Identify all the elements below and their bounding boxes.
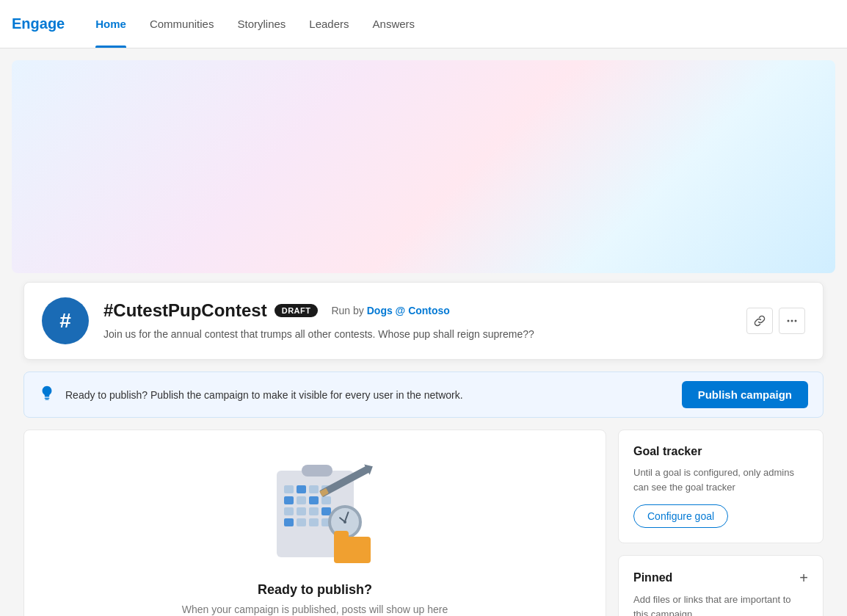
goal-tracker-card: Goal tracker Until a goal is configured,…: [618, 430, 824, 543]
nav-home[interactable]: Home: [85, 0, 137, 48]
nav-answers[interactable]: Answers: [363, 0, 426, 48]
nav-leaders[interactable]: Leaders: [299, 0, 359, 48]
brand-logo: Engage: [12, 15, 65, 32]
main-panel: Ready to publish? When your campaign is …: [23, 430, 606, 616]
campaign-avatar-char: #: [59, 309, 71, 333]
campaign-description: Join us for the annual contest that trum…: [103, 327, 732, 342]
pinned-add-button[interactable]: +: [799, 570, 808, 585]
publish-campaign-button[interactable]: Publish campaign: [682, 381, 808, 408]
more-options-button[interactable]: [779, 308, 805, 334]
lightbulb-icon: [39, 385, 55, 405]
campaign-title: #CutestPupContest: [103, 300, 267, 321]
configure-goal-button[interactable]: Configure goal: [633, 504, 728, 528]
publish-banner: Ready to publish? Publish the campaign t…: [23, 372, 824, 418]
campaign-actions: [746, 308, 805, 334]
ellipsis-icon: [786, 315, 798, 327]
campaign-banner: [12, 60, 835, 273]
pinned-header: Pinned +: [633, 570, 808, 585]
goal-tracker-title: Goal tracker: [633, 445, 808, 458]
campaign-title-row: #CutestPupContest DRAFT Run by Dogs @ Co…: [103, 300, 732, 321]
pinned-description: Add files or links that are important to…: [633, 593, 808, 616]
empty-state-title: Ready to publish?: [258, 582, 372, 598]
pinned-card: Pinned + Add files or links that are imp…: [618, 555, 824, 616]
nav-communities[interactable]: Communities: [139, 0, 225, 48]
campaign-avatar: #: [42, 297, 89, 344]
nav-links: Home Communities Storylines Leaders Answ…: [85, 0, 425, 48]
run-by: Run by Dogs @ Contoso: [331, 305, 449, 316]
goal-tracker-description: Until a goal is configured, only admins …: [633, 465, 808, 494]
nav-storylines[interactable]: Storylines: [227, 0, 296, 48]
svg-point-1: [791, 320, 793, 322]
content-row: Ready to publish? When your campaign is …: [23, 430, 824, 616]
link-button[interactable]: [746, 308, 773, 334]
empty-state-illustration: [256, 465, 374, 568]
publish-banner-text: Ready to publish? Publish the campaign t…: [65, 389, 672, 401]
run-by-name: Dogs @ Contoso: [367, 305, 450, 316]
empty-state-description: When your campaign is published, posts w…: [182, 604, 448, 615]
brand-name: Engage: [12, 15, 65, 32]
nav-bar: Engage Home Communities Storylines Leade…: [0, 0, 847, 48]
pinned-title: Pinned: [633, 571, 672, 584]
sidebar: Goal tracker Until a goal is configured,…: [618, 430, 824, 616]
campaign-details: #CutestPupContest DRAFT Run by Dogs @ Co…: [103, 300, 732, 342]
svg-point-0: [788, 320, 790, 322]
main-content: # #CutestPupContest DRAFT Run by Dogs @ …: [0, 60, 847, 616]
svg-point-2: [795, 320, 797, 322]
draft-badge: DRAFT: [275, 304, 319, 317]
campaign-info-card: # #CutestPupContest DRAFT Run by Dogs @ …: [23, 282, 824, 360]
link-icon: [754, 315, 766, 327]
